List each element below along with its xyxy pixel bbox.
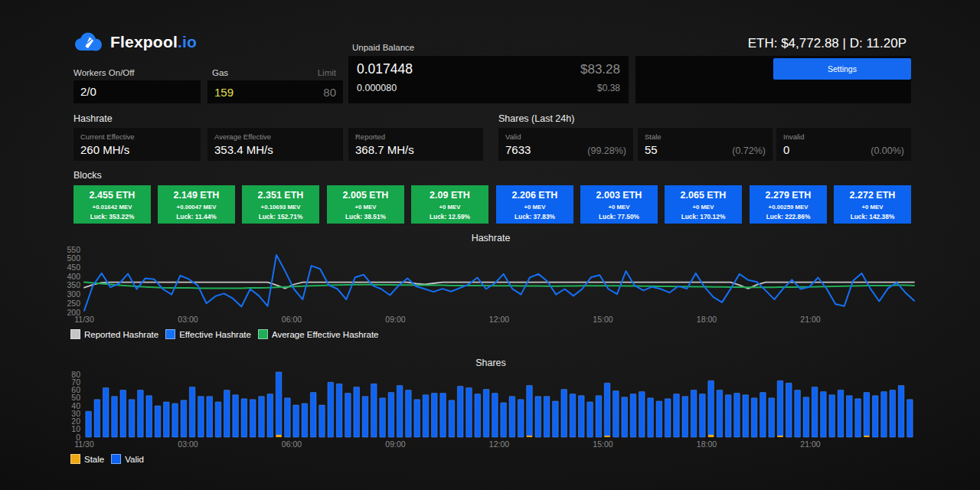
block-mev: +0.00259 MEV — [750, 204, 827, 211]
svg-text:350: 350 — [67, 280, 80, 289]
unpaid-fiat-secondary: $0.38 — [597, 83, 620, 93]
valid-swatch-icon — [111, 454, 121, 464]
block-reward: 2.351 ETH — [242, 190, 319, 201]
invalid-shares-value: 0 — [783, 143, 789, 156]
block-reward: 2.279 ETH — [750, 190, 827, 201]
block-luck: Luck: 37.83% — [496, 213, 573, 220]
legend-valid[interactable]: Valid — [111, 454, 144, 464]
block-reward: 2.206 ETH — [496, 190, 573, 201]
gas-limit-value: 80 — [323, 86, 336, 99]
block-luck: Luck: 11.44% — [158, 213, 235, 220]
block-reward: 2.149 ETH — [158, 190, 235, 201]
invalid-shares-label: Invalid — [783, 132, 904, 141]
block-luck: Luck: 222.86% — [750, 213, 827, 220]
block-card[interactable]: 2.455 ETH +0.01642 MEV Luck: 353.22% — [74, 185, 151, 224]
flexpool-logo[interactable]: Flexpool.io — [73, 31, 197, 52]
valid-shares-percent: (99.28%) — [587, 145, 626, 156]
block-luck: Luck: 142.38% — [834, 213, 911, 220]
gas-value-box: 159 80 — [207, 80, 343, 103]
reported-card: Reported 368.7 MH/s — [348, 128, 483, 161]
svg-text:18:00: 18:00 — [697, 315, 717, 324]
svg-text:550: 550 — [67, 245, 80, 254]
block-mev: +0 MEV — [327, 204, 404, 211]
svg-text:09:00: 09:00 — [385, 439, 405, 449]
hashrate-chart-legend: Reported Hashrate Effective Hashrate Ave… — [70, 329, 386, 339]
unpaid-crypto-primary: 0.017448 — [357, 61, 413, 77]
unpaid-fiat-primary: $83.28 — [580, 62, 620, 77]
block-luck: Luck: 170.12% — [665, 213, 742, 220]
stale-swatch-icon — [70, 454, 80, 464]
block-luck: Luck: 12.59% — [411, 213, 488, 220]
block-mev: +0 MEV — [665, 204, 742, 211]
svg-text:11/30: 11/30 — [74, 439, 94, 449]
current-effective-value: 260 MH/s — [80, 143, 129, 156]
price-difficulty-ticker: ETH: $4,772.88 | D: 11.20P — [748, 36, 906, 51]
block-card[interactable]: 2.351 ETH +0.10693 MEV Luck: 152.71% — [242, 185, 319, 224]
block-reward: 2.455 ETH — [74, 190, 151, 201]
invalid-shares-percent: (0.00%) — [871, 145, 904, 156]
block-reward: 2.09 ETH — [411, 190, 488, 201]
svg-text:06:00: 06:00 — [282, 439, 302, 449]
valid-shares-label: Valid — [505, 132, 626, 141]
current-effective-card: Current Effective 260 MH/s — [74, 128, 201, 161]
block-card[interactable]: 2.003 ETH +0 MEV Luck: 77.50% — [580, 185, 658, 224]
block-mev: +0 MEV — [496, 204, 573, 211]
block-card[interactable]: 2.065 ETH +0 MEV Luck: 170.12% — [665, 185, 742, 224]
flexpool-dashboard: Flexpool.io ETH: $4,772.88 | D: 11.20P W… — [0, 0, 980, 490]
svg-text:21:00: 21:00 — [800, 439, 820, 449]
hashrate-chart[interactable]: 55050045040035030025020011/3003:0006:000… — [66, 245, 916, 325]
legend-average-effective-hashrate[interactable]: Average Effective Hashrate — [258, 329, 379, 339]
block-luck: Luck: 353.22% — [74, 213, 151, 220]
workers-value: 2/0 — [80, 85, 96, 98]
stale-shares-percent: (0.72%) — [732, 145, 766, 156]
legend-reported-hashrate[interactable]: Reported Hashrate — [70, 329, 158, 339]
unpaid-balance-label: Unpaid Balance — [352, 43, 414, 52]
svg-text:250: 250 — [67, 299, 80, 308]
gas-limit-label: Limit — [207, 68, 336, 77]
stale-shares-value: 55 — [645, 143, 658, 156]
block-card[interactable]: 2.005 ETH +0 MEV Luck: 38.51% — [327, 185, 404, 224]
svg-text:15:00: 15:00 — [593, 439, 612, 449]
svg-text:06:00: 06:00 — [282, 315, 302, 324]
block-reward: 2.003 ETH — [580, 190, 658, 201]
block-reward: 2.065 ETH — [665, 190, 742, 201]
block-card[interactable]: 2.279 ETH +0.00259 MEV Luck: 222.86% — [750, 185, 827, 224]
block-mev: +0.00047 MEV — [158, 204, 235, 211]
stale-shares-label: Stale — [645, 132, 766, 141]
shares-chart[interactable]: 8070605040302010011/3003:0006:0009:0012:… — [66, 370, 916, 449]
reported-label: Reported — [355, 132, 476, 141]
average-effective-label: Average Effective — [214, 132, 336, 141]
block-card[interactable]: 2.149 ETH +0.00047 MEV Luck: 11.44% — [158, 185, 235, 224]
svg-text:400: 400 — [67, 272, 80, 281]
current-effective-label: Current Effective — [80, 132, 194, 141]
block-card[interactable]: 2.206 ETH +0 MEV Luck: 37.83% — [496, 185, 573, 224]
legend-stale[interactable]: Stale — [70, 454, 104, 464]
block-mev: +0 MEV — [834, 204, 911, 211]
average-effective-value: 353.4 MH/s — [214, 143, 273, 156]
svg-text:03:00: 03:00 — [178, 439, 198, 449]
unpaid-crypto-secondary: 0.000080 — [357, 83, 397, 93]
workers-label: Workers On/Off — [74, 68, 134, 77]
svg-text:500: 500 — [67, 253, 80, 263]
svg-text:18:00: 18:00 — [697, 439, 717, 449]
svg-text:03:00: 03:00 — [178, 315, 198, 324]
svg-text:15:00: 15:00 — [593, 315, 612, 324]
shares-section-title: Shares (Last 24h) — [498, 113, 574, 124]
shares-chart-legend: Stale Valid — [70, 454, 151, 464]
svg-text:11/30: 11/30 — [74, 315, 94, 324]
block-mev: +0 MEV — [580, 204, 658, 211]
svg-text:300: 300 — [67, 289, 80, 299]
valid-shares-value: 7633 — [505, 143, 531, 156]
legend-effective-hashrate[interactable]: Effective Hashrate — [165, 329, 251, 339]
settings-button[interactable]: Settings — [773, 58, 911, 80]
svg-text:12:00: 12:00 — [489, 315, 509, 324]
block-mev: +0 MEV — [411, 204, 488, 211]
hashrate-section-title: Hashrate — [74, 113, 113, 124]
unpaid-balance-box: 0.017448 $83.28 0.000080 $0.38 — [348, 56, 629, 103]
stale-shares-card: Stale 55 (0.72%) — [638, 128, 773, 161]
block-card[interactable]: 2.09 ETH +0 MEV Luck: 12.59% — [411, 185, 488, 224]
logo-wordmark: Flexpool.io — [110, 33, 197, 51]
workers-value-box: 2/0 — [74, 80, 201, 103]
block-card[interactable]: 2.272 ETH +0 MEV Luck: 142.38% — [834, 185, 911, 224]
block-reward: 2.005 ETH — [327, 190, 404, 201]
